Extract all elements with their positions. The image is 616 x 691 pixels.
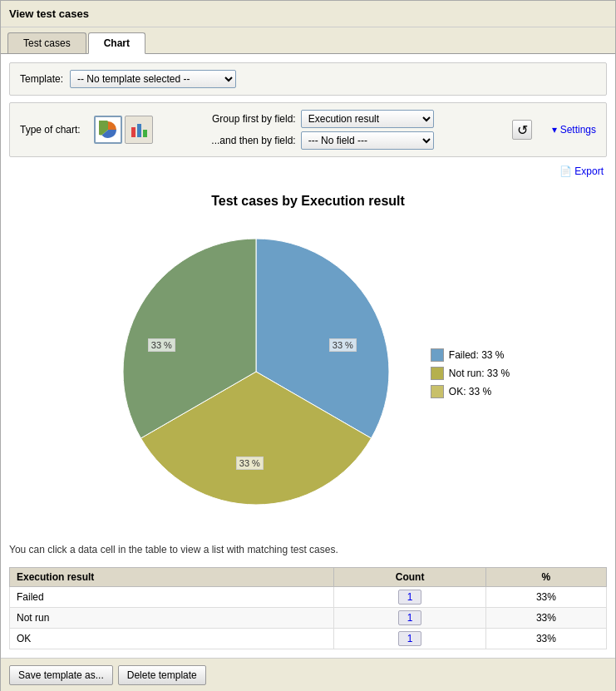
chart-type-label: Type of chart: xyxy=(20,124,81,136)
chart-legend: Failed: 33 % Not run: 33 % OK: 33 % xyxy=(431,348,510,398)
pie-chart-type-btn[interactable] xyxy=(94,116,122,144)
legend-label-failed: Failed: 33 % xyxy=(449,349,505,361)
template-bar: Template: -- No template selected -- xyxy=(9,62,607,96)
cell-label: Failed xyxy=(10,587,334,608)
cell-percent: 33% xyxy=(485,608,606,629)
cell-count: 1 xyxy=(334,587,486,608)
main-content: Template: -- No template selected -- Typ… xyxy=(1,54,615,658)
pie-chart-icon xyxy=(99,121,117,139)
pie-label-failed: 33 % xyxy=(329,338,357,352)
legend-label-ok: OK: 33 % xyxy=(449,386,491,397)
legend-item-ok: OK: 33 % xyxy=(431,385,510,398)
group-first-select[interactable]: Execution result xyxy=(301,110,434,128)
export-link[interactable]: 📄Export xyxy=(559,165,604,177)
group-then-row: ...and then by field: --- No field --- xyxy=(180,131,500,150)
count-badge[interactable]: 1 xyxy=(398,610,422,625)
export-row: 📄Export xyxy=(9,164,607,179)
chart-area: Test cases by Execution result 33 % 33 % xyxy=(9,185,607,532)
window-title: View test cases xyxy=(1,1,615,27)
group-first-row: Group first by field: Execution result xyxy=(180,110,500,128)
cell-percent: 33% xyxy=(485,587,606,608)
count-badge[interactable]: 1 xyxy=(398,590,422,605)
svg-rect-1 xyxy=(137,124,141,137)
col-header-label: Execution result xyxy=(10,568,334,587)
settings-link[interactable]: ▾ Settings xyxy=(552,124,596,136)
pie-chart-container: 33 % 33 % 33 % xyxy=(106,222,406,524)
legend-color-notrun xyxy=(431,367,444,380)
group-fields: Group first by field: Execution result .… xyxy=(180,110,500,150)
legend-label-notrun: Not run: 33 % xyxy=(449,368,510,379)
save-template-button[interactable]: Save template as... xyxy=(9,665,113,685)
count-badge[interactable]: 1 xyxy=(398,631,422,646)
delete-template-button[interactable]: Delete template xyxy=(118,665,206,685)
chart-wrapper: 33 % 33 % 33 % Failed: 33 % Not run: 33 … xyxy=(106,222,510,524)
group-first-label: Group first by field: xyxy=(180,113,296,125)
pie-label-notrun: 33 % xyxy=(148,338,175,352)
table-header-row: Execution result Count % xyxy=(10,568,607,587)
bar-chart-type-btn[interactable] xyxy=(125,116,153,144)
export-icon: 📄 xyxy=(559,165,572,177)
chart-type-buttons xyxy=(94,116,153,144)
legend-color-ok xyxy=(431,385,444,398)
group-then-select[interactable]: --- No field --- xyxy=(301,131,434,150)
cell-label: OK xyxy=(10,629,334,649)
group-then-label: ...and then by field: xyxy=(180,135,296,146)
pie-chart-svg xyxy=(106,222,406,521)
bar-chart-icon xyxy=(130,121,148,139)
pie-label-ok: 33 % xyxy=(236,457,264,470)
data-table: Execution result Count % Failed 1 33% No… xyxy=(9,567,607,649)
tab-chart[interactable]: Chart xyxy=(88,32,145,54)
legend-item-notrun: Not run: 33 % xyxy=(431,367,510,380)
legend-color-failed xyxy=(431,348,444,362)
refresh-icon: ↺ xyxy=(517,122,528,138)
tabs-row: Test cases Chart xyxy=(1,27,615,54)
svg-rect-2 xyxy=(143,130,147,137)
cell-label: Not run xyxy=(10,608,334,629)
table-row: Failed 1 33% xyxy=(10,587,607,608)
cell-count: 1 xyxy=(334,608,486,629)
table-row: Not run 1 33% xyxy=(10,608,607,629)
info-text: You can click a data cell in the table t… xyxy=(9,539,607,560)
table-row: OK 1 33% xyxy=(10,629,607,649)
template-label: Template: xyxy=(20,73,63,85)
col-header-percent: % xyxy=(485,568,606,587)
tab-test-cases[interactable]: Test cases xyxy=(7,32,86,53)
cell-percent: 33% xyxy=(485,629,606,649)
chart-controls: Type of chart: xyxy=(9,102,607,157)
col-header-count: Count xyxy=(334,568,486,587)
chart-title: Test cases by Execution result xyxy=(211,194,405,209)
cell-count: 1 xyxy=(334,629,486,649)
bottom-bar: Save template as... Delete template xyxy=(1,658,615,691)
window: View test cases Test cases Chart Templat… xyxy=(0,0,616,691)
legend-item-failed: Failed: 33 % xyxy=(431,348,510,362)
svg-rect-0 xyxy=(131,127,136,137)
refresh-button[interactable]: ↺ xyxy=(512,120,532,140)
template-select[interactable]: -- No template selected -- xyxy=(70,70,236,88)
